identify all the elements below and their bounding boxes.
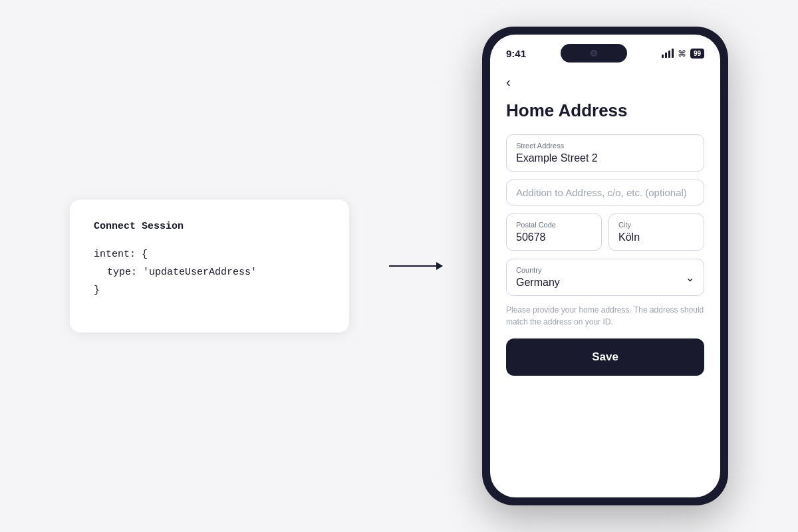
code-card: Connect Session intent: { type: 'updateU… bbox=[70, 200, 349, 332]
country-left: Country Germany bbox=[516, 266, 560, 289]
app-content: ‹ Home Address Street Address Example St… bbox=[490, 68, 720, 497]
code-block: intent: { type: 'updateUserAddress' } bbox=[94, 245, 325, 299]
phone-frame: 9:41 ⌘ 99 ‹ Home Address Street bbox=[482, 27, 728, 505]
arrow-container bbox=[389, 265, 442, 267]
chevron-down-icon: ⌄ bbox=[686, 271, 694, 284]
battery-badge: 99 bbox=[690, 49, 704, 59]
address-addition-field[interactable]: Addition to Address, c/o, etc. (optional… bbox=[506, 180, 704, 205]
postal-city-row: Postal Code 50678 City Köln bbox=[506, 213, 704, 251]
dynamic-island bbox=[561, 44, 627, 63]
country-value: Germany bbox=[516, 277, 560, 289]
city-value: Köln bbox=[618, 231, 694, 243]
city-field[interactable]: City Köln bbox=[608, 213, 704, 251]
wifi-icon: ⌘ bbox=[678, 49, 686, 59]
signal-icon bbox=[662, 49, 674, 58]
street-address-label: Street Address bbox=[516, 142, 694, 150]
street-address-value: Example Street 2 bbox=[516, 152, 694, 164]
help-text: Please provide your home address. The ad… bbox=[506, 304, 704, 328]
street-address-field[interactable]: Street Address Example Street 2 bbox=[506, 134, 704, 172]
address-addition-placeholder: Addition to Address, c/o, etc. (optional… bbox=[516, 187, 694, 198]
code-card-title: Connect Session bbox=[94, 221, 325, 232]
status-bar: 9:41 ⌘ 99 bbox=[490, 35, 720, 68]
code-line-3: } bbox=[94, 281, 325, 299]
country-label: Country bbox=[516, 266, 560, 274]
flow-arrow bbox=[389, 265, 442, 267]
postal-code-field[interactable]: Postal Code 50678 bbox=[506, 213, 602, 251]
status-icons: ⌘ 99 bbox=[662, 49, 704, 59]
city-label: City bbox=[618, 221, 694, 229]
postal-code-value: 50678 bbox=[516, 231, 592, 243]
status-time: 9:41 bbox=[506, 48, 526, 59]
dynamic-island-dot bbox=[591, 50, 597, 57]
country-field[interactable]: Country Germany ⌄ bbox=[506, 259, 704, 296]
back-button[interactable]: ‹ bbox=[506, 74, 527, 90]
save-button[interactable]: Save bbox=[506, 338, 704, 376]
page-title: Home Address bbox=[506, 100, 704, 121]
phone-screen: 9:41 ⌘ 99 ‹ Home Address Street bbox=[490, 35, 720, 497]
code-line-1: intent: { bbox=[94, 245, 325, 263]
postal-code-label: Postal Code bbox=[516, 221, 592, 229]
code-line-2: type: 'updateUserAddress' bbox=[94, 263, 325, 281]
